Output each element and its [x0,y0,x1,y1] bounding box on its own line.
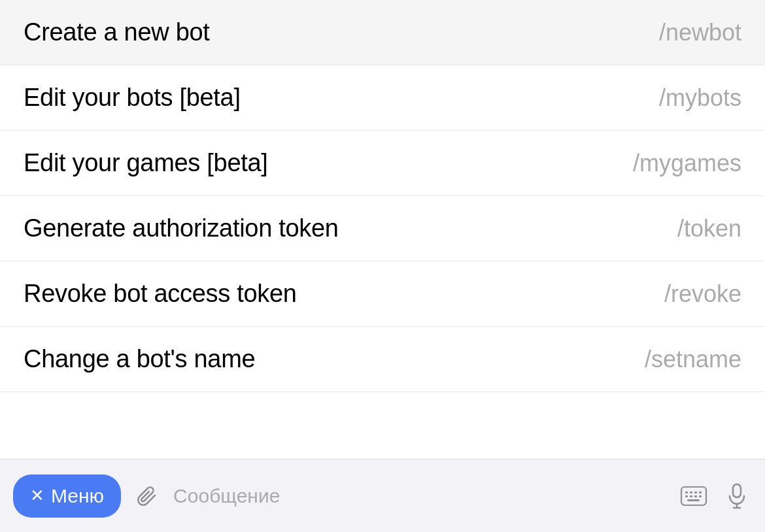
svg-rect-10 [733,484,741,497]
menu-button[interactable]: ✕ Меню [13,474,121,518]
svg-rect-8 [699,495,702,497]
svg-rect-1 [685,491,688,493]
paperclip-icon [135,484,159,508]
attach-button[interactable] [130,479,164,513]
mic-button[interactable] [722,478,752,514]
svg-rect-2 [690,491,692,493]
menu-item[interactable]: Revoke bot access token/revoke [0,261,765,327]
menu-item[interactable]: Edit your games [beta]/mygames [0,131,765,196]
menu-button-label: Меню [51,485,104,507]
menu-list: Create a new bot/newbotEdit your bots [b… [0,0,765,459]
menu-item-label: Revoke bot access token [24,280,297,308]
menu-item[interactable]: Edit your bots [beta]/mybots [0,65,765,131]
svg-rect-9 [687,499,700,501]
bottom-bar: ✕ Меню [0,459,765,532]
svg-rect-6 [690,495,692,497]
menu-item-label: Change a bot's name [24,345,255,373]
menu-item[interactable]: Create a new bot/newbot [0,0,765,65]
message-input[interactable] [173,476,666,516]
keyboard-button[interactable] [675,480,713,512]
menu-item[interactable]: Change a bot's name/setname [0,327,765,392]
keyboard-icon [680,486,707,507]
svg-rect-5 [685,495,688,497]
svg-rect-3 [694,491,697,493]
menu-item-command: /revoke [664,280,741,308]
menu-item-label: Edit your bots [beta] [24,84,241,112]
menu-item-label: Edit your games [beta] [24,149,268,177]
menu-item-label: Generate authorization token [24,214,339,242]
menu-item-label: Create a new bot [24,18,210,46]
menu-item-command: /mygames [633,150,741,177]
svg-rect-0 [681,487,706,505]
menu-item[interactable]: Generate authorization token/token [0,196,765,261]
svg-rect-7 [694,495,697,497]
menu-item-command: /mybots [659,84,741,112]
menu-item-command: /token [677,215,741,242]
svg-rect-4 [699,491,702,493]
menu-item-command: /setname [645,346,741,373]
close-icon: ✕ [30,486,44,506]
menu-item-command: /newbot [659,19,741,46]
microphone-icon [727,483,747,509]
